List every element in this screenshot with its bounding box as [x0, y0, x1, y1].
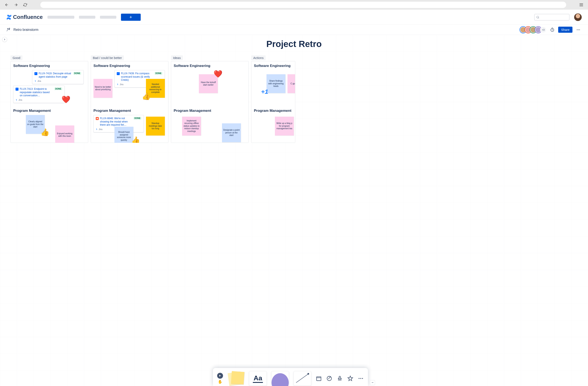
- more-actions-button[interactable]: [575, 26, 582, 33]
- svg-rect-15: [317, 377, 321, 381]
- jira-title: FLUX-7413: Endpoint to repopulate statis…: [20, 87, 53, 97]
- confluence-icon: [6, 15, 12, 20]
- section-heading: Program Management: [254, 109, 293, 113]
- jira-card[interactable]: FLUX-7413: Endpoint to repopulate statis…: [13, 86, 65, 103]
- menu-button[interactable]: [579, 2, 584, 7]
- sticky-note[interactable]: Should have assigned someone more quickl…: [114, 127, 133, 143]
- svg-marker-18: [348, 376, 353, 381]
- search-input[interactable]: [534, 14, 569, 20]
- page-header: Retro brainstorm +3 Share: [0, 25, 588, 35]
- confluence-logo[interactable]: Confluence: [6, 14, 43, 20]
- svg-point-6: [9, 29, 10, 30]
- sticky-note[interactable]: Standup meetings take too long: [146, 117, 165, 135]
- url-bar[interactable]: [40, 2, 566, 8]
- plus-one-stamp[interactable]: +1: [261, 88, 268, 95]
- column-good[interactable]: Software Engineering FLUX-7419: Decouple…: [10, 61, 88, 143]
- whiteboard-canvas[interactable]: Project Retro Good Software Engineering …: [0, 35, 588, 386]
- jira-icon: [16, 99, 18, 101]
- svg-point-17: [327, 376, 332, 381]
- svg-point-19: [359, 378, 360, 379]
- sticky-note[interactable]: Share findings with engineering leads: [267, 74, 285, 93]
- jira-title: FLUX-7419: Decouple virtual agent statis…: [39, 72, 72, 78]
- heart-stamp[interactable]: ❤️: [62, 95, 70, 104]
- share-button[interactable]: Share: [558, 27, 572, 33]
- status-badge: DONE: [154, 72, 163, 75]
- sticky-note[interactable]: Write up a blog p for program management…: [275, 117, 294, 135]
- sticky-note[interactable]: C gu: [288, 74, 295, 93]
- line-tool[interactable]: [294, 371, 311, 386]
- page-title[interactable]: Retro brainstorm: [13, 28, 39, 32]
- stamp-tool[interactable]: [337, 376, 343, 381]
- column-label-actions[interactable]: Actions: [251, 55, 266, 60]
- board-title[interactable]: Project Retro: [0, 39, 588, 49]
- brand-name: Confluence: [13, 14, 43, 20]
- user-avatar[interactable]: [574, 13, 582, 21]
- thumbs-up-stamp[interactable]: 👍: [41, 128, 49, 136]
- thumbs-up-stamp[interactable]: 👍: [142, 92, 150, 100]
- jira-title: FLUX-6646: We're not showing the modal w…: [100, 117, 132, 127]
- column-bad[interactable]: Software Engineering FLUX-7439: Fix comp…: [91, 61, 168, 143]
- task-icon: [117, 72, 120, 75]
- task-icon: [16, 88, 19, 91]
- more-tools-icon[interactable]: [347, 376, 353, 381]
- expand-sidebar-button[interactable]: [2, 37, 7, 42]
- collaborator-avatars: +3: [521, 27, 546, 33]
- more-collaborators[interactable]: +3: [540, 27, 546, 33]
- section-heading: Software Engineering: [174, 64, 246, 68]
- create-button[interactable]: +: [121, 14, 141, 21]
- whiteboard-toolbar: ✋ Aa −: [213, 368, 375, 386]
- overflow-menu[interactable]: [358, 376, 364, 381]
- jira-icon: [96, 128, 98, 130]
- svg-point-10: [578, 29, 579, 30]
- status-badge: DONE: [73, 72, 81, 75]
- section-heading: Software Engineering: [13, 64, 85, 68]
- status-badge: DONE: [133, 117, 142, 119]
- svg-point-20: [360, 378, 361, 379]
- task-icon: [34, 72, 37, 75]
- column-label-ideas[interactable]: Ideas: [171, 55, 183, 60]
- svg-line-4: [538, 18, 539, 18]
- jira-card[interactable]: FLUX-7419: Decouple virtual agent statis…: [32, 70, 84, 84]
- sticky-note[interactable]: Designate a point person at the start: [222, 123, 241, 142]
- jira-icon: [34, 80, 37, 82]
- svg-line-13: [296, 374, 308, 383]
- sticky-note-tool[interactable]: [228, 371, 244, 386]
- column-label-good[interactable]: Good: [10, 55, 22, 60]
- svg-marker-12: [219, 375, 221, 377]
- forward-button[interactable]: [13, 2, 19, 7]
- app-nav: Confluence +: [0, 10, 588, 25]
- section-heading: Program Management: [174, 109, 246, 113]
- collapse-toolbar[interactable]: −: [370, 380, 375, 385]
- pointer-tool[interactable]: [217, 373, 223, 379]
- svg-point-9: [577, 29, 578, 30]
- column-actions[interactable]: Software Engineering Share findings with…: [251, 61, 295, 143]
- svg-point-11: [579, 29, 580, 30]
- nav-item-placeholder[interactable]: [47, 16, 74, 19]
- browser-chrome: [0, 0, 588, 10]
- link-tool[interactable]: [326, 376, 332, 381]
- column-ideas[interactable]: Software Engineering Have the kickoff st…: [171, 61, 249, 143]
- section-tool[interactable]: [316, 376, 322, 381]
- sticky-note[interactable]: Implement recurring offline status updat…: [182, 117, 201, 135]
- svg-point-5: [7, 28, 8, 29]
- sticky-note[interactable]: Need to be better about prioritizing: [93, 79, 112, 98]
- jira-icon: [117, 83, 119, 85]
- refresh-button[interactable]: [23, 2, 28, 7]
- svg-point-14: [307, 373, 309, 375]
- svg-point-21: [362, 378, 363, 379]
- timer-button[interactable]: [549, 26, 556, 33]
- bug-icon: [96, 117, 99, 120]
- text-tool[interactable]: Aa: [249, 371, 267, 386]
- column-label-bad[interactable]: Bad / could be better: [91, 55, 124, 60]
- sticky-note[interactable]: Enjoyed working with this team: [55, 125, 74, 143]
- nav-item-placeholder[interactable]: [79, 16, 95, 19]
- heart-stamp[interactable]: ❤️: [213, 70, 222, 78]
- back-button[interactable]: [4, 2, 9, 7]
- thumbs-up-stamp[interactable]: 👍: [131, 136, 140, 143]
- section-heading: Program Management: [93, 109, 166, 113]
- section-heading: Software Engineering: [93, 64, 166, 68]
- svg-point-7: [9, 28, 10, 29]
- nav-item-placeholder[interactable]: [100, 16, 116, 19]
- shape-tool[interactable]: [271, 371, 289, 386]
- hand-tool[interactable]: ✋: [218, 380, 222, 384]
